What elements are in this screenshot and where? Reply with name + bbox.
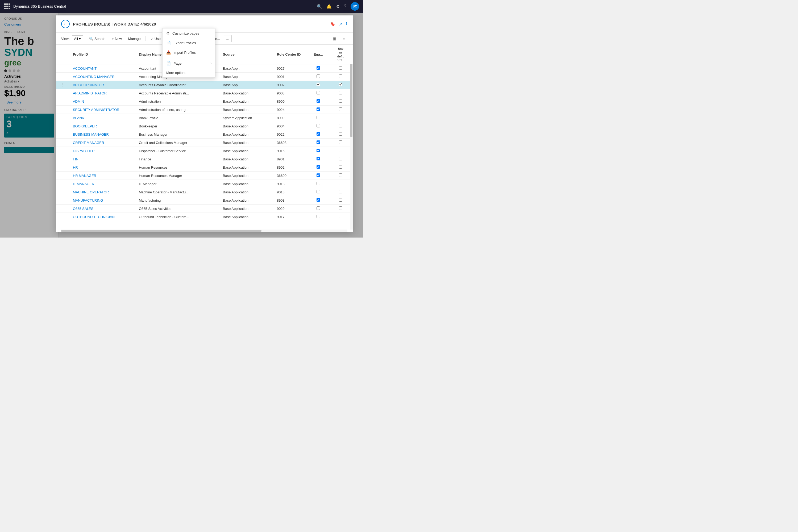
enabled-checkbox[interactable] <box>317 190 320 193</box>
row-use-as-default-cell[interactable] <box>329 172 353 180</box>
more-options-button[interactable]: ... <box>224 35 232 42</box>
use-as-default-checkbox[interactable] <box>339 182 342 185</box>
search-icon[interactable]: 🔍 <box>317 4 322 9</box>
table-row[interactable]: MACHINE OPERATORMachine Operator - Manuf… <box>56 188 353 196</box>
row-profile-id[interactable]: AP COORDINATOR <box>70 81 136 89</box>
row-profile-id[interactable]: IT MANAGER <box>70 180 136 188</box>
filter-icon-button[interactable]: ▦ <box>330 35 338 42</box>
row-enabled-cell[interactable] <box>308 89 329 97</box>
row-profile-id[interactable]: DISPATCHER <box>70 147 136 155</box>
header-profile-id[interactable]: Profile ID <box>70 45 136 64</box>
context-menu-item-import-profiles[interactable]: 📥Import Profiles <box>163 48 215 57</box>
context-menu-item-more-options[interactable]: More options <box>163 68 215 77</box>
row-enabled-cell[interactable] <box>308 64 329 73</box>
user-avatar[interactable]: BC <box>350 2 359 11</box>
row-profile-id[interactable]: FIN <box>70 155 136 163</box>
row-enabled-cell[interactable] <box>308 155 329 163</box>
row-profile-id[interactable]: ADMIN <box>70 97 136 106</box>
enabled-checkbox[interactable] <box>317 165 320 169</box>
row-use-as-default-cell[interactable] <box>329 122 353 130</box>
search-button[interactable]: 🔍 Search <box>87 35 108 42</box>
row-menu-button[interactable]: ⋮ <box>59 82 65 88</box>
use-as-default-checkbox[interactable] <box>339 190 342 193</box>
table-row[interactable]: AR ADMINISTRATORAccounts Receivable Admi… <box>56 89 353 97</box>
use-as-default-checkbox[interactable] <box>339 165 342 169</box>
table-row[interactable]: O365 SALESO365 Sales ActivitiesBase Appl… <box>56 205 353 213</box>
row-enabled-cell[interactable] <box>308 106 329 114</box>
context-menu-item-page[interactable]: 📄Page› <box>163 58 215 68</box>
row-use-as-default-cell[interactable] <box>329 180 353 188</box>
view-all-dropdown[interactable]: All ▾ <box>72 35 83 42</box>
use-as-default-checkbox[interactable] <box>339 157 342 160</box>
horizontal-scrollbar[interactable] <box>61 230 347 232</box>
row-profile-id[interactable]: BOOKKEEPER <box>70 122 136 130</box>
use-as-default-checkbox[interactable] <box>339 124 342 128</box>
use-as-default-checkbox[interactable] <box>339 75 342 78</box>
row-use-as-default-cell[interactable] <box>329 64 353 73</box>
context-menu-item-customize-pages[interactable]: ⚙Customize pages <box>163 28 215 38</box>
table-row[interactable]: BOOKKEEPERBookkeeperBase Application9004 <box>56 122 353 130</box>
enabled-checkbox[interactable] <box>317 91 320 94</box>
table-row[interactable]: FINFinanceBase Application8901 <box>56 155 353 163</box>
row-profile-id[interactable]: HR MANAGER <box>70 172 136 180</box>
header-role-center-id[interactable]: Role Center ID <box>274 45 308 64</box>
enabled-checkbox[interactable] <box>317 108 320 111</box>
table-row[interactable]: HR MANAGERHuman Resources ManagerBase Ap… <box>56 172 353 180</box>
row-use-as-default-cell[interactable] <box>329 205 353 213</box>
use-as-default-checkbox[interactable] <box>339 149 342 152</box>
manage-button[interactable]: Manage <box>126 35 144 42</box>
enabled-checkbox[interactable] <box>317 124 320 128</box>
use-as-default-checkbox[interactable] <box>339 198 342 202</box>
row-use-as-default-cell[interactable] <box>329 89 353 97</box>
header-source[interactable]: Source <box>220 45 274 64</box>
settings-icon[interactable]: ⚙ <box>336 4 340 9</box>
table-row[interactable]: ADMINAdministrationBase Application8900 <box>56 97 353 106</box>
use-as-default-checkbox[interactable] <box>339 108 342 111</box>
use-as-default-checkbox[interactable] <box>339 116 342 119</box>
use-as-default-checkbox[interactable] <box>339 215 342 218</box>
row-use-as-default-cell[interactable] <box>329 106 353 114</box>
row-profile-id[interactable]: BUSINESS MANAGER <box>70 130 136 138</box>
enabled-checkbox[interactable] <box>317 182 320 185</box>
row-enabled-cell[interactable] <box>308 188 329 196</box>
use-as-default-checkbox[interactable] <box>339 66 342 70</box>
enabled-checkbox[interactable] <box>317 173 320 177</box>
table-row[interactable]: OUTBOUND TECHNICIANOutbound Technician -… <box>56 213 353 221</box>
table-row[interactable]: MANUFACTURINGManufacturingBase Applicati… <box>56 196 353 205</box>
table-row[interactable]: HRHuman ResourcesBase Application8902 <box>56 163 353 172</box>
enabled-checkbox[interactable] <box>317 140 320 144</box>
row-use-as-default-cell[interactable] <box>329 213 353 221</box>
list-view-button[interactable]: ≡ <box>340 35 347 42</box>
table-row[interactable]: CREDIT MANAGERCredit and Collections Man… <box>56 138 353 147</box>
row-profile-id[interactable]: SECURITY ADMINISTRATOR <box>70 106 136 114</box>
help-icon[interactable]: ? <box>344 4 346 9</box>
row-profile-id[interactable]: ACCOUNTING MANAGER <box>70 73 136 81</box>
table-row[interactable]: ⋮AP COORDINATORAccounts Payable Coordina… <box>56 81 353 89</box>
open-new-icon[interactable]: ↗ <box>339 22 342 26</box>
use-as-default-checkbox[interactable] <box>339 140 342 144</box>
use-as-default-checkbox[interactable] <box>339 132 342 136</box>
row-enabled-cell[interactable] <box>308 73 329 81</box>
row-profile-id[interactable]: BLANK <box>70 114 136 122</box>
table-row[interactable]: DISPATCHERDispatcher - Customer ServiceB… <box>56 147 353 155</box>
enabled-checkbox[interactable] <box>317 206 320 210</box>
row-profile-id[interactable]: OUTBOUND TECHNICIAN <box>70 213 136 221</box>
use-as-default-checkbox[interactable] <box>339 206 342 210</box>
row-use-as-default-cell[interactable] <box>329 155 353 163</box>
row-use-as-default-cell[interactable] <box>329 138 353 147</box>
row-enabled-cell[interactable] <box>308 196 329 205</box>
row-use-as-default-cell[interactable] <box>329 73 353 81</box>
row-enabled-cell[interactable] <box>308 163 329 172</box>
back-button[interactable]: ← <box>61 20 70 28</box>
row-profile-id[interactable]: AR ADMINISTRATOR <box>70 89 136 97</box>
context-menu-item-export-profiles[interactable]: 📄Export Profiles <box>163 38 215 48</box>
row-profile-id[interactable]: CREDIT MANAGER <box>70 138 136 147</box>
row-enabled-cell[interactable] <box>308 114 329 122</box>
table-row[interactable]: BUSINESS MANAGERBusiness ManagerBase App… <box>56 130 353 138</box>
enabled-checkbox[interactable] <box>317 75 320 78</box>
bookmark-icon[interactable]: 🔖 <box>330 22 336 26</box>
row-use-as-default-cell[interactable] <box>329 188 353 196</box>
header-use-as-default[interactable]: Useasdef...prof... <box>329 45 353 64</box>
row-enabled-cell[interactable] <box>308 97 329 106</box>
row-profile-id[interactable]: MACHINE OPERATOR <box>70 188 136 196</box>
